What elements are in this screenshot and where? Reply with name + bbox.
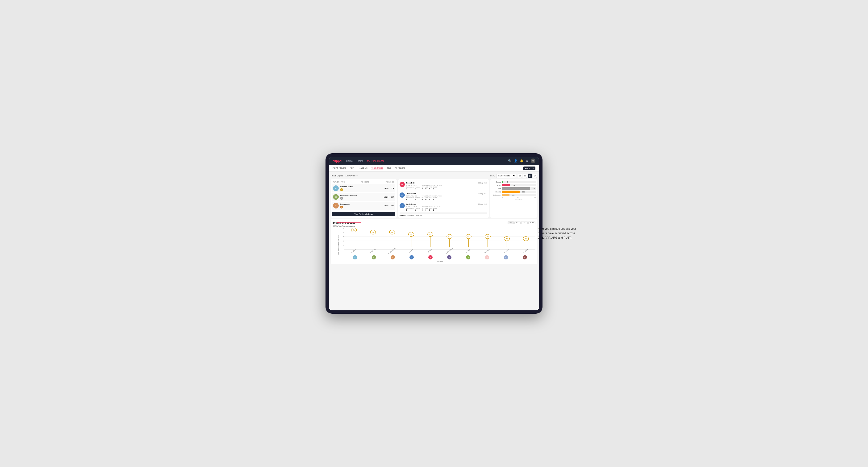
show-controls: Show Last 3 months Last 6 months Last 12… [490, 174, 537, 178]
practice-values: OTT0 APP0 ARG0 PUTT0 [422, 197, 441, 200]
players-axis-label: Players [344, 260, 535, 262]
subnav-pgat[interactable]: PGAT Players [333, 167, 346, 170]
player-info: Edward Crossman 2 [340, 194, 384, 200]
subnav-team-clippd[interactable]: Team Clippd [371, 167, 383, 170]
period-select[interactable]: Last 3 months Last 6 months Last 12 mont… [496, 174, 516, 178]
bar-value: 3 [507, 181, 508, 183]
table-row[interactable]: CM Cameron... 3 17/20 103 [332, 201, 395, 210]
bar-fill: 499 [502, 187, 530, 190]
streaks-header: Best Round Streaks ← OTT APP ARG PUTT [333, 221, 535, 224]
user-icon[interactable]: 👤 [514, 159, 518, 162]
total-rounds-group: Total Rounds Tournament7 Practice2 [406, 206, 420, 211]
stat-date: 02 Sep 2023 [478, 182, 487, 184]
settings-icon[interactable]: ⚙ [526, 159, 528, 162]
svg-text:7x: 7x [353, 229, 355, 231]
total-rounds-label: Total Rounds [406, 185, 420, 186]
player-avatars: E B D J R E D M R C [344, 255, 535, 259]
filter-arg-button[interactable]: ARG [521, 221, 528, 224]
bar-row-eagles: Eagles 3 [492, 181, 536, 183]
subnav: PGAT Players PGA Hcaps 1-5 Team Clippd T… [329, 165, 539, 172]
grid-view-button[interactable]: ⊞ [518, 174, 522, 178]
stat-numbers: Total Rounds Tournament7 Practice6 Total… [406, 185, 487, 190]
filter-putt-button[interactable]: PUTT [528, 221, 535, 224]
player-avatar-small: J [409, 255, 414, 259]
bar-label: Bogeys [492, 191, 501, 193]
avatar[interactable]: U [531, 158, 535, 163]
svg-text:5x: 5x [429, 234, 431, 236]
team-title: Team Clippd | 14 Players ✎ [331, 175, 358, 177]
stat-row: RB Rees Britt 02 Sep 2023 Total Rounds [400, 181, 487, 191]
svg-text:M. Maher: M. Maher [484, 248, 490, 253]
bar-row-pars: Pars 499 [492, 187, 536, 190]
y-axis-label: Best Streak, Fairway Accuracy [338, 236, 339, 254]
filter-ott-button[interactable]: OTT [507, 221, 514, 224]
list-view-button[interactable]: ☰ [523, 174, 527, 178]
add-team-button[interactable]: Add Team [523, 166, 535, 170]
nav-home[interactable]: Home [346, 160, 352, 162]
player-info: Richard Butler 1 [340, 186, 384, 191]
filter-app-button[interactable]: APP [515, 221, 521, 224]
stat-player-name: Josh Coles [406, 192, 416, 195]
team-header: Team Clippd | 14 Players ✎ Show Last 3 m… [331, 174, 537, 178]
tablet-frame: clippd Home Teams My Performance 🔍 👤 🔔 ⚙… [326, 153, 542, 314]
svg-text:3x: 3x [525, 238, 527, 240]
bar-container: 3 [502, 181, 536, 183]
stat-date: 26 Aug 2023 [478, 193, 487, 194]
bar-container: 131 [502, 194, 536, 196]
subnav-hcaps[interactable]: Hcaps 1-5 [358, 167, 368, 170]
chart-x-axis: 0 200 400 [492, 197, 536, 198]
rounds-values: Tournament7 Practice2 [406, 208, 420, 211]
bar-row-bogeys: Bogeys 311 [492, 191, 536, 193]
avatar: JC [400, 203, 405, 208]
subnav-tour[interactable]: Tour [387, 167, 391, 170]
avatar: JC [400, 192, 405, 198]
practice-values: OTT0 APP0 ARG0 PUTT1 [422, 186, 441, 190]
svg-text:B. McHerg: B. McHerg [369, 248, 376, 253]
svg-text:4: 4 [343, 236, 344, 238]
nav-icons: 🔍 👤 🔔 ⚙ U [508, 158, 535, 163]
table-view-button[interactable]: ▦ [528, 174, 532, 178]
subnav-pga[interactable]: PGA [349, 167, 354, 170]
view-leaderboard-button[interactable]: View Full Leaderboard [332, 212, 395, 216]
rank-badge: 1 [340, 188, 343, 191]
chart-view-button[interactable]: ⬡ [533, 174, 537, 178]
stat-row: JC Josh Coles 26 Aug 2023 Total Rounds [400, 191, 487, 202]
nav-my-performance[interactable]: My Performance [367, 160, 384, 162]
streaks-title: Best Round Streaks ← [333, 221, 359, 224]
table-row[interactable]: EC Edward Crossman 2 18/20 107 [332, 193, 395, 201]
edit-icon[interactable]: ✎ [356, 175, 358, 177]
player-stats-card: RB Rees Britt 02 Sep 2023 Total Rounds [398, 179, 489, 218]
nav-teams[interactable]: Teams [356, 160, 363, 162]
player-name: Richard Butler [340, 186, 384, 188]
practice-values: OTT0 APP0 ARG0 PUTT1 [422, 208, 441, 211]
tournament-tag: Tournament [407, 215, 415, 216]
player-avatar-small: R [504, 255, 508, 259]
svg-text:6: 6 [343, 231, 344, 234]
search-icon[interactable]: 🔍 [508, 159, 512, 162]
rounds-values: Tournament8 Practice4 [406, 197, 420, 200]
pb-score: 17/20 [384, 205, 389, 207]
svg-text:E. Ebert: E. Ebert [351, 249, 356, 253]
bar-label: Eagles [492, 181, 501, 183]
x-axis-0: 0 [502, 197, 503, 198]
bell-icon[interactable]: 🔔 [520, 159, 523, 162]
rank-badge: 2 [340, 197, 343, 200]
pb-avg: 103 [391, 205, 394, 207]
avatar: RB [400, 182, 405, 187]
svg-text:J. Coles: J. Coles [408, 249, 413, 253]
svg-text:C. Quick: C. Quick [522, 248, 528, 253]
table-row[interactable]: RB Richard Butler 1 19/20 110 [332, 184, 395, 192]
player-avatar-small: R [428, 255, 433, 259]
stat-numbers: Total Rounds Tournament7 Practice2 Total… [406, 206, 487, 211]
svg-text:3x: 3x [506, 238, 508, 240]
player-scores: 19/20 110 [384, 187, 394, 189]
bar-value: 96 [514, 184, 516, 186]
main-columns: PLAYER NAME PB SCORE PB AVG SQ RB Richar… [331, 179, 537, 218]
svg-text:R. Butler: R. Butler [503, 249, 509, 253]
svg-text:E. Crossman: E. Crossman [445, 248, 453, 254]
tablet-screen: clippd Home Teams My Performance 🔍 👤 🔔 ⚙… [329, 157, 539, 310]
x-axis-200: 200 [517, 197, 519, 198]
outer-annotation-text: Here you can see streaks your players ha… [538, 227, 580, 240]
subnav-all-players[interactable]: All Players [395, 167, 405, 170]
stat-player-name: Rees Britt [406, 182, 415, 184]
